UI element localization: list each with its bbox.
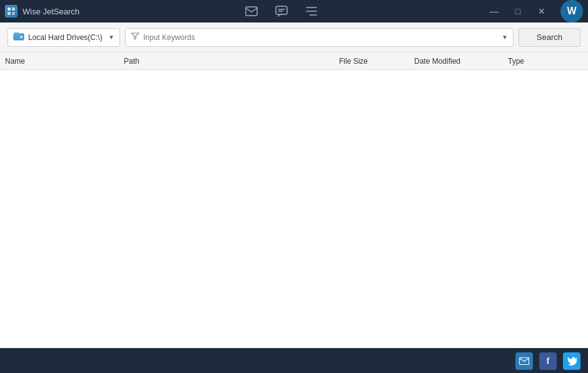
toolbar: Local Hard Drives(C:\) ▼ ▼ Search — [0, 22, 588, 52]
status-facebook-button[interactable]: f — [539, 352, 557, 370]
col-header-datemod: Date Modified — [414, 57, 508, 66]
app-title: Wise JetSearch — [23, 7, 79, 16]
keyword-input-wrapper[interactable]: ▼ — [125, 28, 514, 47]
table-header: Name Path File Size Date Modified Type — [0, 52, 588, 70]
svg-rect-13 — [14, 32, 19, 35]
mail-icon-btn[interactable] — [243, 4, 260, 19]
svg-rect-4 — [12, 12, 15, 15]
title-bar: Wise JetSearch — — [0, 0, 588, 22]
status-email-button[interactable] — [515, 352, 533, 370]
filter-icon — [131, 32, 139, 42]
col-header-filesize: File Size — [339, 57, 414, 66]
status-twitter-button[interactable] — [563, 352, 580, 370]
app-icon — [5, 5, 18, 17]
drive-dropdown-arrow: ▼ — [108, 34, 114, 41]
chat-icon-btn[interactable] — [273, 3, 290, 19]
menu-icon-btn[interactable] — [303, 4, 320, 19]
table-body — [0, 70, 588, 348]
svg-rect-3 — [8, 12, 11, 15]
drive-icon — [13, 32, 24, 42]
keyword-input[interactable] — [143, 33, 498, 42]
col-header-path: Path — [124, 57, 339, 66]
keyword-dropdown-arrow: ▼ — [502, 34, 508, 41]
search-button[interactable]: Search — [519, 28, 580, 47]
results-area: Name Path File Size Date Modified Type — [0, 52, 588, 348]
col-header-type: Type — [508, 57, 583, 66]
title-bar-right: — □ ✕ W — [483, 0, 583, 22]
drive-label: Local Hard Drives(C:\) — [28, 33, 104, 42]
col-header-name: Name — [5, 57, 124, 66]
status-bar: f — [0, 348, 588, 373]
minimize-button[interactable]: — — [483, 2, 505, 20]
maximize-button[interactable]: □ — [507, 2, 529, 20]
drive-selector[interactable]: Local Hard Drives(C:\) ▼ — [8, 28, 120, 47]
svg-rect-2 — [12, 7, 15, 11]
svg-rect-5 — [246, 7, 257, 16]
title-bar-center — [243, 3, 320, 19]
close-button[interactable]: ✕ — [530, 2, 553, 20]
svg-point-14 — [20, 36, 23, 38]
title-bar-left: Wise JetSearch — [5, 5, 79, 17]
svg-rect-1 — [8, 7, 11, 11]
avatar[interactable]: W — [560, 0, 583, 22]
svg-rect-6 — [276, 6, 287, 14]
